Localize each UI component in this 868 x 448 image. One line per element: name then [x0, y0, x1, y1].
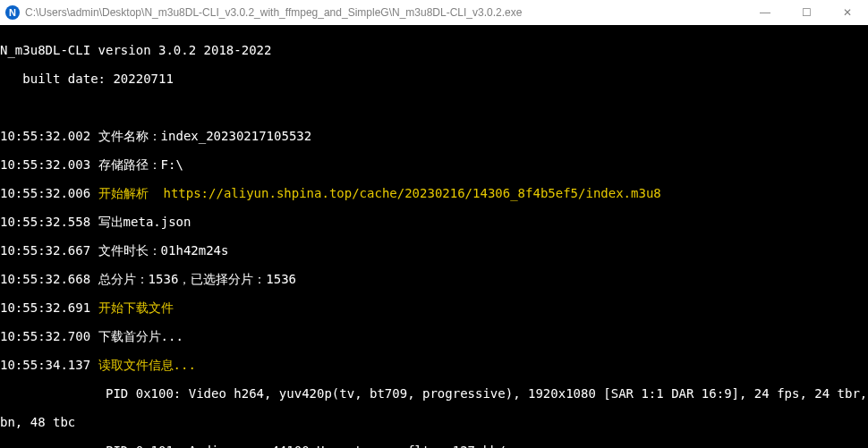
version-line: N_m3u8DL-CLI version 3.0.2 2018-2022	[0, 43, 868, 57]
close-button[interactable]: ✕	[827, 0, 868, 25]
log-line: 10:55:32.691 开始下载文件	[0, 300, 868, 315]
window-controls: — ☐ ✕	[745, 0, 868, 25]
app-icon: N	[5, 5, 20, 20]
minimize-button[interactable]: —	[745, 0, 786, 25]
maximize-button[interactable]: ☐	[786, 0, 827, 25]
stream-audio-line: PID 0x101: Audio aac, 44100 Hz, stereo, …	[0, 444, 868, 448]
log-line: 10:55:32.667 文件时长：01h42m24s	[0, 243, 868, 258]
stream-video-line2: bn, 48 tbc	[0, 415, 868, 429]
stream-video-line: PID 0x100: Video h264, yuv420p(tv, bt709…	[0, 386, 868, 401]
window-title: C:\Users\admin\Desktop\N_m3u8DL-CLI_v3.0…	[25, 6, 745, 19]
log-line: 10:55:34.137 读取文件信息...	[0, 358, 868, 372]
log-line: 10:55:32.558 写出meta.json	[0, 215, 868, 229]
log-line: 10:55:32.006 开始解析 https://aliyun.shpina.…	[0, 186, 868, 200]
terminal-output[interactable]: N_m3u8DL-CLI version 3.0.2 2018-2022 bui…	[0, 25, 868, 448]
log-line: 10:55:32.002 文件名称：index_20230217105532	[0, 129, 868, 143]
window-titlebar: N C:\Users\admin\Desktop\N_m3u8DL-CLI_v3…	[0, 0, 868, 25]
log-line: 10:55:32.668 总分片：1536，已选择分片：1536	[0, 272, 868, 286]
built-line: built date: 20220711	[0, 72, 868, 86]
blank-line	[0, 100, 868, 114]
log-line: 10:55:32.700 下载首分片...	[0, 329, 868, 343]
log-line: 10:55:32.003 存储路径：F:\	[0, 157, 868, 172]
